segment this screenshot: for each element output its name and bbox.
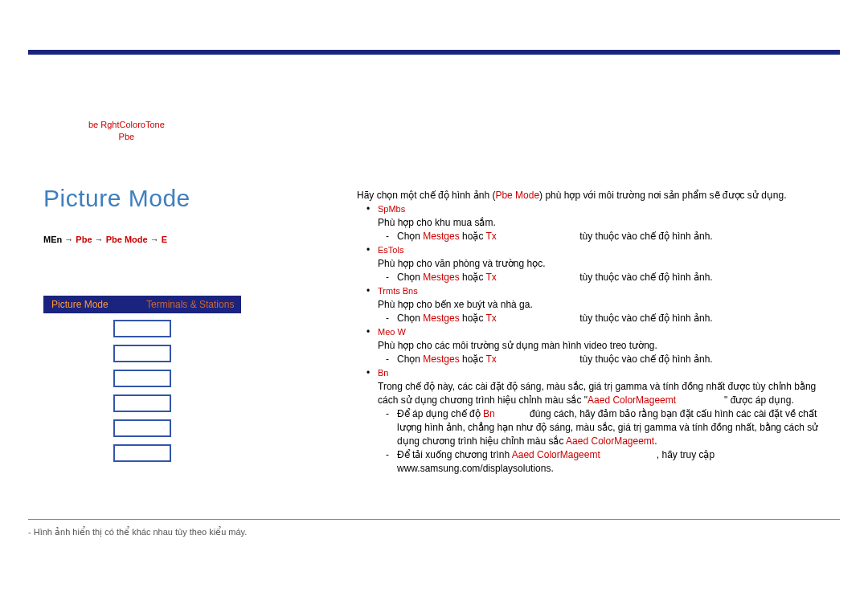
t: Chọn [397, 231, 423, 242]
t: Tx [486, 272, 497, 283]
mode-head: Trmts Bns [378, 284, 831, 298]
t: hoặc [460, 272, 486, 283]
mode-sub: Để áp dụng chế độ Bn đúng cách, hãy đảm … [397, 407, 831, 448]
mode-head: EsTols [378, 243, 831, 257]
t: Chọn [397, 353, 423, 365]
mode-desc: Phù hợp cho các môi trường sử dụng màn h… [378, 339, 831, 353]
arrow: → [62, 235, 76, 244]
t: Để áp dụng chế độ [397, 408, 483, 419]
mode-desc: Phù hợp cho bến xe buýt và nhà ga. [378, 298, 831, 312]
t: hoặc [460, 313, 486, 324]
mode-sub: Để tải xuống chương trình Aaed ColorMage… [397, 448, 831, 476]
page-title: Picture Mode [43, 185, 190, 212]
preview-panel: Picture Mode Terminals & Stations [43, 296, 241, 462]
t: Chọn [397, 313, 423, 324]
mode-item: EsTols Phù hợp cho văn phòng và trường h… [378, 243, 831, 284]
t: Để tải xuống chương trình [397, 449, 512, 460]
top-accent-bar [28, 50, 840, 55]
preview-bar [113, 320, 171, 337]
t: Tx [486, 353, 497, 365]
label-part: Pbe [88, 131, 165, 143]
mode-sub: Chọn Mestges hoặc Tx tùy thuộc vào chế đ… [397, 353, 831, 366]
label-part: RghtColoroTone [100, 120, 165, 129]
mode-desc: Phù hợp cho văn phòng và trường học. [378, 257, 831, 271]
t: tùy thuộc vào chế độ hình ảnh. [577, 231, 713, 242]
mode-item-calibration: Bn Trong chế độ này, các cài đặt độ sáng… [378, 366, 831, 476]
t: Aaed ColorMageemt [512, 449, 600, 460]
preview-bar [113, 444, 171, 462]
t: hoặc [460, 231, 486, 242]
text: ) phù hợp với môi trường nơi sản phẩm sẽ… [539, 190, 786, 201]
panel-label-mode: Picture Mode [43, 299, 146, 310]
mode-item: SpMbs Phù hợp cho khu mua sắm. Chọn Mest… [378, 202, 831, 243]
t: tùy thuộc vào chế độ hình ảnh. [577, 353, 713, 365]
preview-bar [113, 419, 171, 437]
mode-sub: Chọn Mestges hoặc Tx tùy thuộc vào chế đ… [397, 312, 831, 325]
t: Aaed ColorMageemt [566, 435, 654, 447]
preview-bar [113, 370, 171, 387]
mode-list: SpMbs Phù hợp cho khu mua sắm. Chọn Mest… [357, 202, 831, 476]
mode-head: Bn [378, 366, 831, 380]
description-column: Hãy chọn một chế độ hình ảnh (Pbe Mode) … [357, 187, 831, 476]
panel-label-value: Terminals & Stations [146, 299, 234, 310]
t: tùy thuộc vào chế độ hình ảnh. [577, 313, 713, 324]
mode-head: Meo W [378, 325, 831, 339]
mode-head: SpMbs [378, 202, 831, 216]
mode-sub: Chọn Mestges hoặc Tx tùy thuộc vào chế đ… [397, 230, 831, 243]
mode-desc: Trong chế độ này, các cài đặt độ sáng, m… [378, 380, 831, 407]
crumb: E [162, 235, 167, 244]
footnote: Hình ảnh hiển thị có thể khác nhau tùy t… [28, 527, 247, 537]
preview-bar [113, 394, 171, 412]
footer-divider [28, 519, 840, 520]
arrow: → [92, 235, 106, 244]
page-labels: be RghtColoroTone Pbe [88, 119, 165, 143]
mode-sub: Chọn Mestges hoặc Tx tùy thuộc vào chế đ… [397, 271, 831, 284]
t: Mestges [423, 231, 459, 242]
t: Mestges [423, 272, 459, 283]
preview-bar [113, 345, 171, 362]
crumb: Pbe Mode [106, 235, 148, 244]
t: Mestges [423, 353, 459, 365]
mode-item: Meo W Phù hợp cho các môi trường sử dụng… [378, 325, 831, 366]
mode-item: Trmts Bns Phù hợp cho bến xe buýt và nhà… [378, 284, 831, 325]
arrow: → [148, 235, 162, 244]
t: Chọn [397, 272, 423, 283]
t: Aaed ColorMageemt [588, 394, 676, 406]
crumb: Pbe [76, 235, 92, 244]
t: " được áp dụng. [724, 394, 794, 406]
text: Pbe Mode [495, 190, 539, 201]
intro-line: Hãy chọn một chế độ hình ảnh (Pbe Mode) … [357, 189, 831, 202]
t: Bn [483, 408, 495, 419]
text: Hãy chọn một chế độ hình ảnh ( [357, 190, 495, 201]
t: tùy thuộc vào chế độ hình ảnh. [577, 272, 713, 283]
crumb: MEn [43, 235, 62, 244]
t: Mestges [423, 313, 459, 324]
preview-bars [43, 320, 241, 462]
t: Tx [486, 313, 497, 324]
t: . [654, 435, 657, 447]
t: Tx [486, 231, 497, 242]
label-part: be [88, 120, 98, 129]
panel-header: Picture Mode Terminals & Stations [43, 296, 241, 313]
mode-desc: Phù hợp cho khu mua sắm. [378, 216, 831, 230]
breadcrumb: MEn → Pbe → Pbe Mode → E [43, 235, 167, 244]
t: hoặc [460, 353, 486, 365]
